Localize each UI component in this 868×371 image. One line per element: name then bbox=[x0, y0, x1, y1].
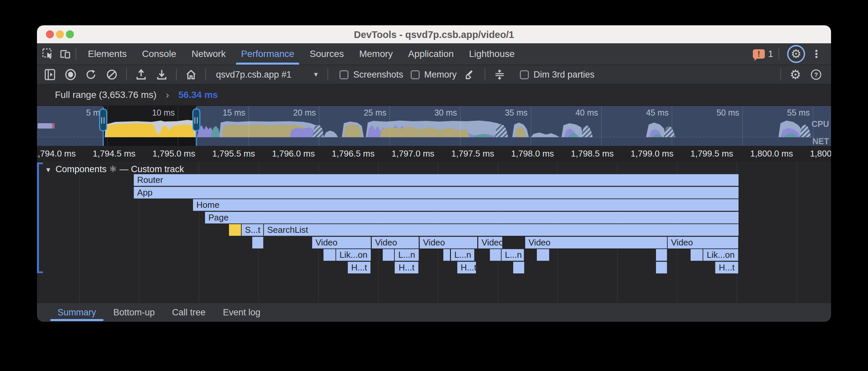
flame-bar-video[interactable]: Video bbox=[372, 237, 419, 249]
clear-icon[interactable] bbox=[106, 69, 118, 80]
timeline-overview[interactable]: 5 ms10 ms15 ms20 ms25 ms30 ms35 ms40 ms4… bbox=[37, 106, 831, 146]
flame-gridline bbox=[797, 162, 797, 303]
overview-gridline bbox=[107, 106, 108, 146]
tab-bottom-up[interactable]: Bottom-up bbox=[105, 303, 164, 322]
expander-triangle-icon[interactable]: ▼ bbox=[45, 166, 52, 173]
flame-bar[interactable] bbox=[691, 249, 703, 261]
divider bbox=[778, 48, 779, 60]
overview-tick-label: 40 ms bbox=[552, 108, 598, 118]
flame-bar-video[interactable]: Video bbox=[420, 237, 477, 249]
title-bar: DevTools - qsvd7p.csb.app/video/1 bbox=[37, 25, 831, 43]
track-header[interactable]: ▼Components ⚛ — Custom track bbox=[45, 164, 184, 174]
collect-garbage-icon[interactable] bbox=[494, 69, 505, 80]
flame-bar-video[interactable]: Video bbox=[312, 237, 371, 249]
divider bbox=[126, 68, 127, 81]
ruler-tick-label: 1,800.0 ms bbox=[733, 148, 793, 159]
overview-tick-label: 10 ms bbox=[128, 108, 175, 118]
tab-performance[interactable]: Performance bbox=[233, 43, 302, 65]
issues-count: 1 bbox=[768, 49, 773, 59]
reload-icon[interactable] bbox=[86, 69, 97, 80]
brush-icon[interactable] bbox=[465, 69, 476, 80]
breadcrumb-full-range[interactable]: Full range (3,653.76 ms) bbox=[55, 90, 156, 100]
flame-bar[interactable] bbox=[383, 249, 394, 261]
svg-text:?: ? bbox=[814, 71, 818, 78]
tab-network[interactable]: Network bbox=[184, 43, 233, 65]
inspect-icon[interactable] bbox=[41, 48, 54, 60]
flame-bar-h-t[interactable]: H...t bbox=[457, 262, 476, 274]
tab-summary[interactable]: Summary bbox=[49, 303, 105, 322]
flame-bar-router[interactable]: Router bbox=[134, 174, 739, 186]
tab-lighthouse[interactable]: Lighthouse bbox=[461, 43, 522, 65]
overview-tick-label: 45 ms bbox=[622, 108, 669, 118]
flame-bar-l-n[interactable]: L...n bbox=[395, 249, 419, 261]
flame-bar-l-n[interactable]: L...n bbox=[451, 249, 474, 261]
flame-bar[interactable] bbox=[656, 249, 667, 261]
help-icon[interactable]: ? bbox=[810, 69, 822, 80]
dock-panel-icon[interactable] bbox=[44, 69, 56, 80]
upload-icon[interactable] bbox=[135, 69, 147, 80]
flame-chart[interactable]: ▼Components ⚛ — Custom track RouterAppHo… bbox=[37, 162, 831, 303]
flame-bar-video[interactable]: Video bbox=[525, 237, 667, 249]
overview-window-right-handle[interactable]: || bbox=[192, 109, 200, 131]
target-selector[interactable]: qsvd7p.csb.app #1 ▼ bbox=[216, 69, 319, 80]
ruler-tick-label: 1,799.5 ms bbox=[673, 148, 733, 159]
flame-bar[interactable] bbox=[656, 262, 667, 274]
timeline-ruler: 1,794.0 ms1,794.5 ms1,795.0 ms1,795.5 ms… bbox=[37, 146, 831, 162]
flame-bar[interactable] bbox=[490, 249, 501, 261]
screenshots-checkbox[interactable] bbox=[339, 70, 348, 79]
more-menu-icon[interactable]: ⋮ bbox=[808, 48, 825, 60]
settings-gear-icon[interactable]: ⚙ bbox=[787, 45, 805, 63]
tab-console[interactable]: Console bbox=[134, 43, 184, 65]
flame-bar-s-t[interactable]: S...t bbox=[242, 224, 263, 236]
flame-bar-h-t[interactable]: H...t bbox=[348, 262, 370, 274]
main-tabs: ElementsConsoleNetworkPerformanceSources… bbox=[80, 43, 522, 65]
flame-bar-video[interactable]: Video bbox=[668, 237, 738, 249]
device-toolbar-icon[interactable] bbox=[59, 48, 71, 60]
flame-bar-lik-on[interactable]: Lik...on bbox=[336, 249, 371, 261]
tab-memory[interactable]: Memory bbox=[351, 43, 400, 65]
active-tab-underline bbox=[50, 319, 103, 321]
flame-bar-page[interactable]: Page bbox=[205, 212, 739, 224]
flame-bar[interactable] bbox=[513, 262, 524, 274]
track-selection-bracket bbox=[37, 163, 39, 273]
ruler-tick-label: 1,797.0 ms bbox=[374, 148, 434, 159]
issues-counter[interactable]: ! 1 bbox=[753, 49, 773, 59]
flame-bar[interactable] bbox=[323, 249, 336, 261]
active-tab-underline bbox=[236, 63, 299, 65]
overview-window-left-handle[interactable]: || bbox=[99, 109, 107, 131]
record-icon[interactable] bbox=[65, 69, 76, 80]
home-icon[interactable] bbox=[185, 69, 197, 80]
flame-bar[interactable] bbox=[252, 237, 263, 249]
devtools-tab-bar: ElementsConsoleNetworkPerformanceSources… bbox=[37, 43, 831, 65]
divider bbox=[485, 68, 485, 81]
memory-checkbox[interactable] bbox=[411, 70, 420, 79]
cpu-track-label: CPU bbox=[811, 119, 829, 129]
ruler-tick-label: 1,796.0 ms bbox=[255, 148, 315, 159]
download-icon[interactable] bbox=[156, 69, 167, 80]
tab-application[interactable]: Application bbox=[400, 43, 461, 65]
tab-sources[interactable]: Sources bbox=[302, 43, 351, 65]
flame-bar-h-t[interactable]: H...t bbox=[715, 262, 738, 274]
overview-gridline bbox=[601, 106, 602, 146]
flame-bar-searchlist[interactable]: SearchList bbox=[264, 224, 739, 236]
tab-event-log[interactable]: Event log bbox=[214, 303, 269, 322]
flame-bar-app[interactable]: App bbox=[134, 187, 739, 199]
flame-bar[interactable] bbox=[443, 249, 450, 261]
dim-3rd-parties-checkbox[interactable] bbox=[520, 70, 529, 79]
performance-toolbar: qsvd7p.csb.app #1 ▼ Screenshots Memory bbox=[37, 65, 831, 85]
capture-settings-gear-icon[interactable]: ⚙ bbox=[790, 69, 801, 80]
tab-elements[interactable]: Elements bbox=[80, 43, 134, 65]
divider bbox=[328, 68, 328, 81]
flame-bar-lik-on[interactable]: Lik...on bbox=[703, 249, 738, 261]
window-title: DevTools - qsvd7p.csb.app/video/1 bbox=[37, 25, 831, 43]
flame-bar-l-n[interactable]: L...n bbox=[502, 249, 524, 261]
flame-bar-h-t[interactable]: H...t bbox=[395, 262, 418, 274]
flame-bar[interactable] bbox=[229, 224, 241, 236]
overview-tick-label: 5 ms bbox=[58, 108, 104, 118]
tab-call-tree[interactable]: Call tree bbox=[163, 303, 214, 322]
chevron-down-icon: ▼ bbox=[313, 71, 319, 78]
breadcrumb-selected-range[interactable]: 56.34 ms bbox=[178, 90, 218, 100]
flame-bar-video[interactable]: Video bbox=[478, 237, 502, 249]
flame-bar[interactable] bbox=[537, 249, 549, 261]
flame-bar-home[interactable]: Home bbox=[193, 199, 739, 211]
